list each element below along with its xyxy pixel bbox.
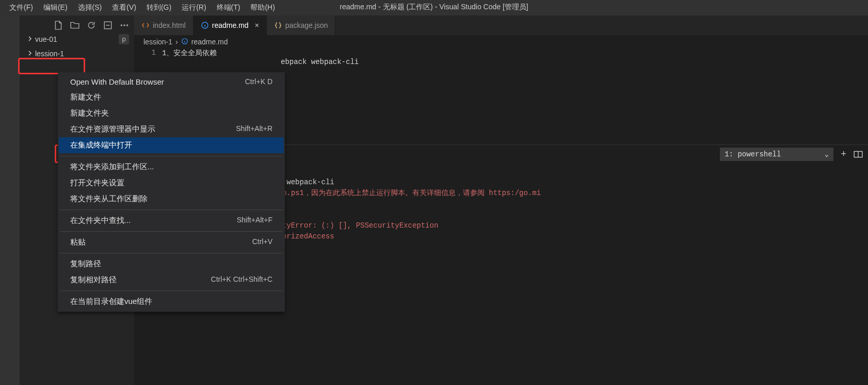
context-menu-item[interactable]: 将文件夹从工作区删除 [59, 191, 284, 207]
new-file-icon[interactable] [54, 21, 63, 30]
context-menu-item[interactable]: Open With Default BrowserCtrl+K D [59, 74, 284, 89]
menu-separator [60, 210, 283, 210]
context-menu-item[interactable]: 在集成终端中打开 [59, 137, 284, 153]
context-menu-item[interactable]: 在当前目录创建vue组件 [59, 294, 284, 310]
json-icon [274, 21, 282, 29]
svg-point-2 [123, 24, 125, 26]
more-icon[interactable] [120, 21, 129, 30]
terminal-selector[interactable]: 1: powershell ⌄ [720, 148, 833, 161]
context-menu-item[interactable]: 在文件资源管理器中显示Shift+Alt+R [59, 121, 284, 137]
info-icon [201, 21, 209, 29]
info-icon [181, 38, 188, 46]
menu-separator [60, 253, 283, 253]
context-menu-item[interactable]: 新建文件 [59, 89, 284, 105]
tab-index-html[interactable]: index.html [134, 15, 194, 35]
context-menu-item[interactable]: 复制相对路径Ctrl+K Ctrl+Shift+C [59, 272, 284, 288]
tab-readme-md[interactable]: readme.md × [194, 15, 267, 35]
context-menu-item[interactable]: 将文件夹添加到工作区... [59, 159, 284, 175]
context-menu: Open With Default BrowserCtrl+K D新建文件新建文… [58, 72, 285, 312]
new-terminal-icon[interactable]: + [839, 149, 848, 159]
menu-goto[interactable]: 转到(G) [141, 1, 176, 14]
editor-tabs: index.html readme.md × package.json [134, 15, 868, 35]
context-menu-item[interactable]: 在文件夹中查找...Shift+Alt+F [59, 213, 284, 229]
context-menu-item[interactable]: 复制路径 [59, 256, 284, 272]
folder-lession1[interactable]: lession-1 [20, 46, 134, 61]
folder-badge: p [119, 34, 129, 44]
chevron-down-icon: ⌄ [825, 150, 829, 158]
collapse-icon[interactable] [103, 21, 112, 30]
menu-file[interactable]: 文件(F) [4, 1, 38, 14]
refresh-icon[interactable] [87, 21, 96, 30]
tab-package-json[interactable]: package.json [267, 15, 336, 35]
menu-edit[interactable]: 编辑(E) [38, 1, 73, 14]
code-text: ebpack webpack-cli [281, 58, 359, 66]
menu-run[interactable]: 运行(R) [176, 1, 211, 14]
activity-bar [0, 15, 20, 385]
menu-terminal[interactable]: 终端(T) [212, 1, 246, 14]
folder-label: lession-1 [35, 50, 64, 58]
svg-point-3 [126, 24, 128, 26]
menu-view[interactable]: 查看(V) [107, 1, 141, 14]
context-menu-item[interactable]: 打开文件夹设置 [59, 175, 284, 191]
menu-separator [60, 156, 283, 156]
new-folder-icon[interactable] [70, 21, 79, 30]
html-icon [141, 21, 150, 29]
menu-separator [60, 291, 283, 291]
menu-select[interactable]: 选择(S) [73, 1, 107, 14]
context-menu-item[interactable]: 粘贴Ctrl+V [59, 234, 284, 250]
split-terminal-icon[interactable] [854, 150, 863, 159]
svg-point-1 [121, 24, 122, 26]
menu-help[interactable]: 帮助(H) [245, 1, 280, 14]
folder-label: vue-01 [35, 35, 57, 43]
code-text: 1、安全全局依赖 [162, 49, 217, 58]
close-icon[interactable]: × [255, 21, 259, 29]
menu-separator [60, 231, 283, 232]
folder-vue01[interactable]: vue-01 p [20, 32, 134, 46]
line-number: 1 [143, 49, 162, 58]
context-menu-item[interactable]: 新建文件夹 [59, 105, 284, 121]
window-title: readme.md - 无标题 (工作区) - Visual Studio Co… [340, 3, 528, 12]
breadcrumb[interactable]: lession-1 › readme.md [134, 35, 868, 49]
